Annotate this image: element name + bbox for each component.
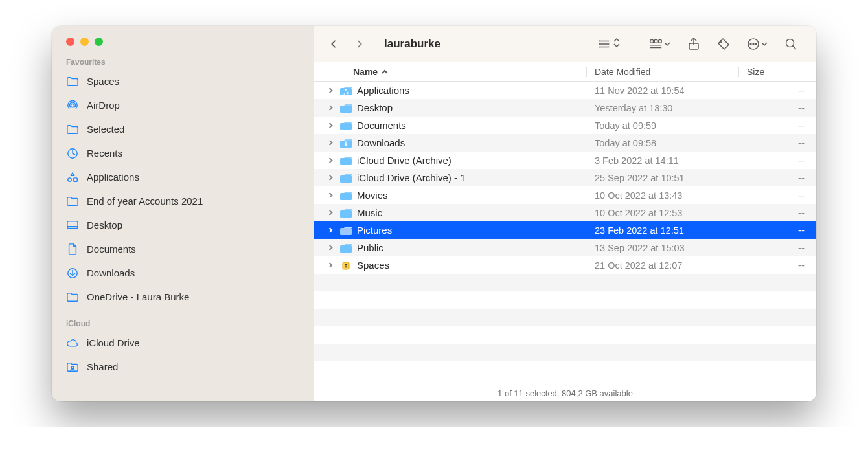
file-list[interactable]: Applications11 Nov 2022 at 19:54--Deskto… [314,82,816,385]
svg-rect-39 [340,228,352,235]
file-name: Public [354,242,588,253]
minimize-window-button[interactable] [80,38,89,46]
disclosure-triangle-icon[interactable] [326,227,335,233]
column-size-label: Size [747,67,764,77]
disclosure-triangle-icon[interactable] [326,87,335,93]
sidebar-item-airdrop[interactable]: AirDrop [58,93,307,117]
file-date-modified: 3 Feb 2022 at 14:11 [588,155,740,166]
disclosure-triangle-icon[interactable] [326,140,335,146]
disclosure-triangle-icon[interactable] [326,262,335,268]
disclosure-triangle-icon[interactable] [326,192,335,198]
forward-button[interactable] [349,34,370,54]
chevron-down-icon [664,39,670,49]
desktop-icon [66,219,79,231]
close-window-button[interactable] [66,38,74,46]
file-date-modified: Today at 09:59 [588,120,740,131]
sidebar-section-title: Favourites [52,52,314,69]
file-name: Music [354,207,588,218]
folder-icon [66,124,79,135]
folder-icon [337,190,354,201]
back-button[interactable] [323,34,344,54]
apps-icon [66,172,79,183]
file-date-modified: 25 Sep 2022 at 10:51 [588,173,740,183]
sidebar-item-label: Recents [87,148,122,159]
svg-rect-38 [340,210,352,218]
svg-point-28 [786,39,794,47]
file-row[interactable]: Applications11 Nov 2022 at 19:54-- [314,82,816,99]
view-mode-button[interactable] [593,34,626,54]
file-name: Downloads [354,137,588,148]
file-row[interactable]: iCloud Drive (Archive) - 125 Sep 2022 at… [314,169,816,186]
disclosure-triangle-icon[interactable] [326,157,335,163]
empty-row [314,361,816,379]
column-size[interactable]: Size [738,67,816,77]
column-name[interactable]: Name [353,67,586,77]
folder-icon [337,138,354,148]
toolbar: lauraburke [314,26,816,62]
zoom-window-button[interactable] [95,38,103,46]
file-size: -- [740,155,816,166]
sidebar-item-spaces[interactable]: Spaces [58,69,307,93]
sidebar-item-downloads[interactable]: Downloads [58,261,307,285]
disclosure-triangle-icon[interactable] [326,210,335,216]
sidebar-item-icloud-drive[interactable]: iCloud Drive [58,331,307,355]
file-date-modified: 11 Nov 2022 at 19:54 [588,85,740,96]
tags-button[interactable] [711,34,736,54]
up-down-icon [613,38,621,49]
file-date-modified: 23 Feb 2022 at 12:51 [588,225,740,236]
folder-icon [337,225,354,236]
group-by-button[interactable] [644,34,676,54]
disclosure-triangle-icon[interactable] [326,122,335,128]
file-name: Pictures [354,225,588,236]
sidebar-item-documents[interactable]: Documents [58,237,307,261]
sidebar-item-onedrive-laura-burke[interactable]: OneDrive - Laura Burke [58,285,307,309]
file-size: -- [740,172,816,183]
file-row[interactable]: DesktopYesterday at 13:30-- [314,99,816,117]
disclosure-triangle-icon[interactable] [326,105,335,111]
share-button[interactable] [681,34,706,54]
svg-rect-18 [654,39,657,43]
file-row[interactable]: Music10 Oct 2022 at 12:53-- [314,204,816,221]
file-name: iCloud Drive (Archive) - 1 [354,172,588,183]
sidebar-item-selected[interactable]: Selected [58,117,307,141]
file-row[interactable]: Movies10 Oct 2022 at 13:43-- [314,186,816,204]
svg-rect-31 [340,106,352,113]
file-date-modified: 10 Oct 2022 at 12:53 [588,208,740,218]
more-button[interactable] [741,34,773,54]
file-date-modified: Yesterday at 13:30 [588,103,740,113]
file-row[interactable]: Spaces21 Oct 2022 at 12:07-- [314,256,816,274]
sidebar-item-end-of-year-accounts-2021[interactable]: End of year Accounts 2021 [58,189,307,213]
sidebar-item-label: Applications [87,172,139,183]
clock-icon [66,148,79,159]
column-date-modified[interactable]: Date Modified [586,67,738,77]
sidebar-item-applications[interactable]: Applications [58,165,307,189]
folder-icon [337,103,354,113]
empty-row [314,291,816,309]
svg-point-2 [68,177,71,181]
search-button[interactable] [779,34,803,54]
file-row[interactable]: DocumentsToday at 09:59-- [314,117,816,134]
file-size: -- [740,260,816,271]
file-name: iCloud Drive (Archive) [354,155,588,166]
file-name: Desktop [354,102,588,113]
empty-row [314,326,816,344]
empty-row [314,309,816,326]
sidebar-item-label: AirDrop [87,100,120,111]
finder-window: FavouritesSpacesAirDropSelectedRecentsAp… [52,26,816,401]
svg-rect-32 [340,123,352,130]
file-row[interactable]: Pictures23 Feb 2022 at 12:51-- [314,221,816,239]
sidebar-item-shared[interactable]: Shared [58,355,307,379]
svg-rect-3 [74,177,77,181]
file-row[interactable]: DownloadsToday at 09:58-- [314,134,816,152]
file-row[interactable]: Public13 Sep 2022 at 15:03-- [314,239,816,256]
disclosure-triangle-icon[interactable] [326,175,335,181]
sidebar-item-desktop[interactable]: Desktop [58,213,307,237]
file-size: -- [740,242,816,253]
file-size: -- [740,120,816,131]
svg-rect-17 [650,39,654,43]
sidebar-section-title: iCloud [52,314,314,331]
file-row[interactable]: iCloud Drive (Archive)3 Feb 2022 at 14:1… [314,152,816,169]
sidebar-item-recents[interactable]: Recents [58,141,307,165]
svg-rect-40 [340,245,352,253]
disclosure-triangle-icon[interactable] [326,245,335,251]
